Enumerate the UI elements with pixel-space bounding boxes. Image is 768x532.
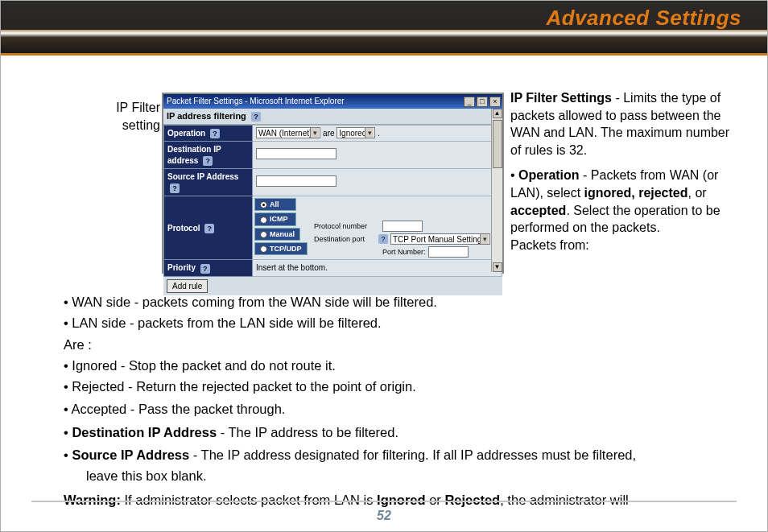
operation-mid-text: are (323, 129, 334, 138)
protocol-number-input[interactable] (382, 221, 423, 232)
row-label-protocol: Protocol ? (164, 196, 253, 260)
packets-from-label: Packets from: (510, 238, 589, 252)
row-label-dest-ip: Destination IP address ? (164, 142, 253, 169)
add-rule-button[interactable]: Add rule (167, 279, 208, 294)
page-title: Advanced Settings (546, 6, 741, 31)
body-line: • Destination IP Address - The IP addres… (64, 423, 737, 441)
radio-icon (260, 245, 267, 253)
help-icon[interactable]: ? (378, 234, 388, 244)
body-line: • Source IP Address - The IP address des… (64, 446, 737, 464)
row-label-src-ip: Source IP Address ? (164, 169, 253, 196)
body-line: • Accepted - Pass the packet through. (64, 400, 737, 418)
ip-filter-heading: IP Filter Settings (510, 91, 612, 105)
close-button[interactable]: × (489, 97, 501, 107)
priority-value: Insert at the bottom. (253, 260, 502, 277)
document-page: Advanced Settings IP Filter setting Pack… (0, 0, 768, 532)
vertical-scrollbar[interactable]: ▲ ▼ (491, 109, 502, 272)
content-area: IP Filter setting Packet Filter Settings… (64, 88, 737, 483)
window-title: Packet Filter Settings - Microsoft Inter… (167, 96, 345, 107)
dest-port-label: Destination port (314, 234, 374, 244)
radio-icon (260, 217, 267, 224)
footer-rule (31, 501, 737, 502)
row-label-priority: Priority ? (164, 260, 253, 277)
protocol-opt-all[interactable]: All (254, 198, 296, 211)
lower-body: • WAN side - packets coming from the WAN… (64, 293, 737, 513)
maximize-button[interactable]: □ (477, 97, 488, 107)
body-line: leave this box blank. (64, 467, 737, 485)
right-column: IP Filter Settings - Limits the type of … (510, 89, 737, 262)
port-number-label: Port Number: (382, 247, 426, 257)
operation-side-select[interactable]: WAN (Internet) (256, 127, 320, 138)
dest-port-select[interactable]: TCP Port Manual Setting (390, 233, 490, 245)
minimize-button[interactable]: _ (464, 97, 475, 107)
protocol-opt-icmp[interactable]: ICMP (254, 212, 296, 225)
body-line: • Ignored - Stop the packet and do not r… (64, 357, 737, 374)
radio-icon (260, 231, 267, 238)
help-icon[interactable]: ? (204, 224, 214, 233)
window-titlebar: Packet Filter Settings - Microsoft Inter… (163, 94, 502, 109)
dest-ip-input[interactable] (256, 148, 337, 159)
protocol-opt-manual[interactable]: Manual (254, 228, 300, 241)
help-icon[interactable]: ? (203, 156, 213, 166)
scroll-thumb[interactable] (493, 120, 502, 168)
help-icon[interactable]: ? (170, 184, 180, 193)
protocol-opt-tcpudp[interactable]: TCP/UDP (254, 242, 308, 255)
help-icon[interactable]: ? (210, 129, 220, 138)
scroll-down-icon[interactable]: ▼ (493, 262, 502, 272)
operation-heading: Operation (518, 168, 580, 182)
help-icon[interactable]: ? (200, 264, 210, 274)
protocol-number-label: Protocol number (314, 221, 380, 231)
header-banner: Advanced Settings (1, 1, 767, 56)
embedded-window: Packet Filter Settings - Microsoft Inter… (162, 93, 504, 274)
port-number-input[interactable] (428, 246, 469, 258)
body-line: • Rejected - Return the rejected packet … (64, 377, 737, 395)
radio-icon (260, 201, 267, 208)
body-line: Are : (64, 336, 737, 353)
scroll-up-icon[interactable]: ▲ (493, 109, 502, 118)
help-icon[interactable]: ? (251, 112, 261, 122)
section-header: IP address filtering ? (163, 109, 502, 125)
body-line: • LAN side - packets from the LAN side w… (64, 314, 737, 332)
page-number: 52 (1, 509, 767, 523)
row-label-operation: Operation ? (164, 125, 253, 142)
figure-caption: IP Filter setting (89, 99, 160, 134)
body-line: • WAN side - packets coming from the WAN… (64, 293, 737, 311)
src-ip-input[interactable] (256, 175, 337, 187)
operation-action-select[interactable]: Ignored (337, 127, 375, 138)
